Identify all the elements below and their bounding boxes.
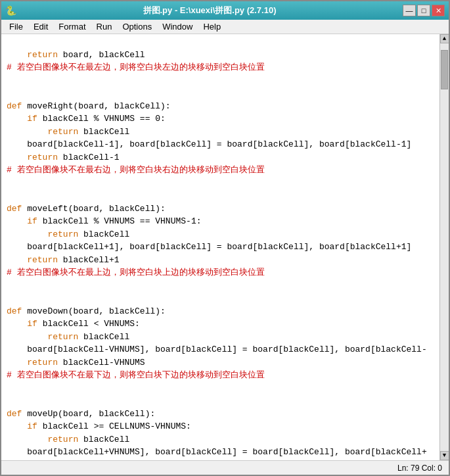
window-controls: — □ ✕ (403, 5, 445, 16)
scroll-down-button[interactable]: ▼ (440, 451, 449, 460)
menu-window[interactable]: Window (157, 20, 198, 33)
menu-options[interactable]: Options (117, 20, 157, 33)
close-button[interactable]: ✕ (432, 5, 445, 16)
menu-edit[interactable]: Edit (28, 20, 53, 33)
title-bar: 🐍 拼图.py - E:\xuexi\拼图.py (2.7.10) — □ ✕ (1, 1, 449, 20)
cursor-position: Ln: 79 Col: 0 (397, 464, 442, 473)
status-bar: Ln: 79 Col: 0 (1, 460, 449, 475)
menu-help[interactable]: Help (198, 20, 226, 33)
window-title: 拼图.py - E:\xuexi\拼图.py (2.7.10) (16, 5, 403, 16)
scroll-thumb[interactable] (441, 50, 448, 89)
menu-run[interactable]: Run (91, 20, 118, 33)
menu-bar: File Edit Format Run Options Window Help (1, 20, 449, 34)
menu-file[interactable]: File (4, 20, 28, 33)
scroll-up-button[interactable]: ▲ (440, 34, 449, 43)
maximize-button[interactable]: □ (417, 5, 430, 16)
menu-format[interactable]: Format (53, 20, 91, 33)
editor-area: return board, blackCell # 若空白图像块不在最左边，则将… (1, 34, 449, 460)
code-content: return board, blackCell # 若空白图像块不在最左边，则将… (1, 34, 439, 460)
code-editor[interactable]: return board, blackCell # 若空白图像块不在最左边，则将… (1, 34, 439, 460)
vertical-scrollbar[interactable]: ▲ ▼ (439, 34, 449, 460)
window-icon: 🐍 (5, 5, 16, 16)
scroll-track (440, 43, 449, 451)
main-window: 🐍 拼图.py - E:\xuexi\拼图.py (2.7.10) — □ ✕ … (0, 0, 450, 476)
minimize-button[interactable]: — (403, 5, 416, 16)
